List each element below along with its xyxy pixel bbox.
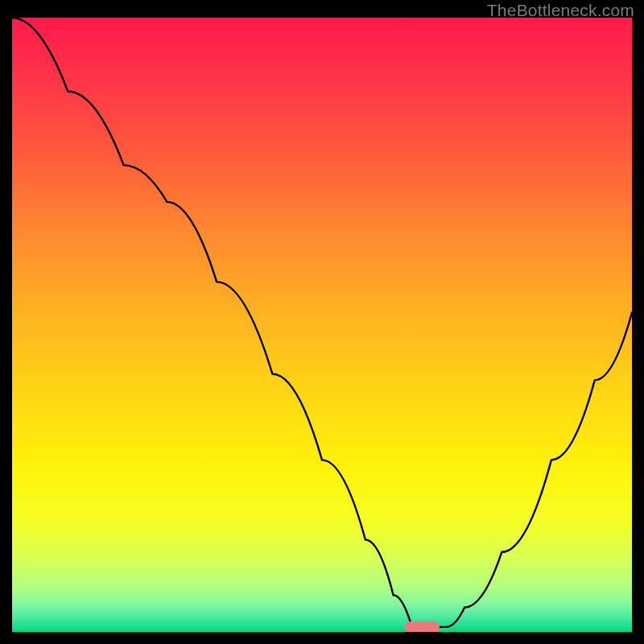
chart-frame: TheBottleneck.com — [0, 0, 644, 644]
optimum-marker — [404, 621, 440, 632]
plot-area — [12, 18, 632, 632]
watermark-text: TheBottleneck.com — [487, 1, 634, 20]
bottleneck-curve — [12, 18, 632, 632]
